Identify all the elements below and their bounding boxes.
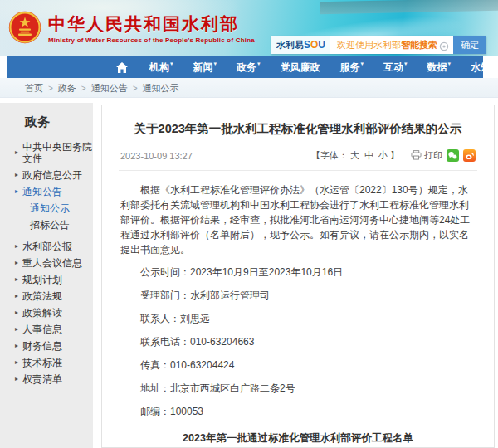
arrow-right-icon: ▸: [15, 340, 18, 352]
contact-phone: 联系电话：010-63204663: [120, 335, 476, 349]
sidebar-item-policies-regulations[interactable]: ▸政策法规: [0, 288, 93, 304]
article-panel: 关于2023年第一批水利工程标准化管理水利部评价结果的公示 2023-10-09…: [101, 105, 495, 448]
chevron-down-icon: ▾: [404, 61, 408, 66]
breadcrumb: 首页>政务>通知公告>通知公示: [0, 78, 498, 98]
arrow-right-icon: ▸: [15, 257, 18, 269]
search-confirm-button[interactable]: 确定: [453, 36, 486, 54]
sidebar-item-personnel[interactable]: ▸人事信息: [0, 321, 93, 338]
arrow-right-icon: ▸: [15, 274, 18, 285]
search-brand: 水利易SOU: [271, 36, 330, 54]
font-size-small-button[interactable]: 小: [378, 149, 388, 162]
breadcrumb-home[interactable]: 首页: [25, 83, 43, 93]
nav-item-interaction[interactable]: 互动▾: [383, 61, 408, 75]
breadcrumb-separator: >: [133, 84, 138, 93]
font-size-medium-button[interactable]: 中: [364, 149, 374, 162]
nav-item-party-conduct[interactable]: 党风廉政: [281, 61, 320, 75]
voice-search-icon[interactable]: [439, 40, 449, 50]
accepting-department: 受理部门：水利部运行管理司: [120, 289, 476, 303]
wechat-share-icon[interactable]: [447, 149, 459, 162]
font-size-label-close: 】: [390, 149, 399, 162]
site-subtitle: Ministry of Water Resources of the Peopl…: [48, 37, 255, 44]
home-icon[interactable]: [116, 62, 128, 73]
fax-number: 传真：010-63204424: [120, 358, 476, 373]
font-size-large-button[interactable]: 大: [350, 149, 359, 162]
article-body: 根据《水利工程标准化管理评价办法》（水运管〔2022〕130号）规定，水利部委托…: [119, 171, 477, 448]
chevron-down-icon: ▾: [448, 61, 452, 66]
search-brand-prefix: 水利易: [276, 39, 304, 51]
site-title: 中华人民共和国水利部: [48, 14, 255, 33]
nav-item-services[interactable]: 服务▾: [340, 61, 364, 75]
sidebar-item-notice-publicity[interactable]: 通知公示: [0, 200, 93, 217]
magnifier-icon: O: [310, 39, 318, 51]
breadcrumb-current: 通知公示: [143, 83, 179, 93]
arrow-right-icon: ▸: [15, 169, 18, 181]
publish-date: 2023-10-09 13:27: [120, 151, 193, 161]
sidebar-item-notices[interactable]: ▸通知公告: [0, 183, 93, 200]
nav-item-water-knowledge[interactable]: 水知识▾: [471, 61, 498, 75]
article-tools: 【字体： 大 中 小 】 打印: [311, 149, 476, 162]
sidebar-item-central-docs[interactable]: ▸中共中央国务院文件: [0, 139, 93, 167]
arrow-right-icon: ▸: [15, 186, 18, 197]
breadcrumb-notices[interactable]: 通知公告: [91, 83, 128, 93]
article-paragraph: 根据《水利工程标准化管理评价办法》（水运管〔2022〕130号）规定，水利部委托…: [120, 183, 476, 257]
sidebar-item-finance[interactable]: ▸财务信息: [0, 338, 93, 354]
brand-text: 中华人民共和国水利部 Ministry of Water Resources o…: [48, 14, 255, 43]
sidebar-item-planning[interactable]: ▸规划计划: [0, 271, 93, 288]
search-brand-letter: U: [318, 39, 325, 51]
search-brand-letter: S: [304, 39, 310, 51]
chevron-down-icon: ▾: [214, 61, 217, 66]
breadcrumb-gov-affairs[interactable]: 政务: [58, 83, 76, 93]
publicity-period: 公示时间：2023年10月9日至2023年10月16日: [120, 265, 476, 280]
search-input[interactable]: [330, 36, 453, 54]
nav-item-orgs[interactable]: 机构▾: [149, 61, 173, 75]
arrow-right-icon: ▸: [15, 147, 18, 158]
arrow-right-icon: ▸: [15, 307, 18, 319]
arrow-right-icon: ▸: [15, 290, 18, 302]
breadcrumb-separator: >: [48, 84, 53, 93]
chevron-down-icon: ▾: [257, 61, 261, 66]
banner-decoration: [320, 0, 498, 14]
sidebar-item-info-disclosure[interactable]: ▸政府信息公开: [0, 167, 93, 183]
national-emblem-icon: [8, 11, 42, 47]
sidebar-title: 政务: [0, 111, 93, 139]
contact-person: 联系人：刘思远: [120, 312, 476, 326]
site-search: 水利易SOU 欢迎使用水利部智能搜索 确定: [271, 36, 486, 54]
nav-item-gov-affairs[interactable]: 政务▾: [237, 61, 261, 75]
content-area: 政务 ▸中共中央国务院文件 ▸政府信息公开 ▸通知公告 通知公示 招标公告 ▸水…: [0, 98, 498, 448]
sidebar-item-major-meetings[interactable]: ▸重大会议信息: [0, 255, 93, 271]
nav-item-news[interactable]: 新闻▾: [193, 61, 217, 75]
arrow-right-icon: ▸: [15, 241, 18, 252]
arrow-right-icon: ▸: [15, 324, 18, 335]
site-brand: 中华人民共和国水利部 Ministry of Water Resources o…: [8, 11, 255, 47]
sidebar: 政务 ▸中共中央国务院文件 ▸政府信息公开 ▸通知公告 通知公示 招标公告 ▸水…: [0, 103, 93, 448]
chevron-down-icon: ▾: [170, 61, 173, 66]
weibo-share-icon[interactable]: [463, 149, 476, 162]
arrow-right-icon: ▸: [15, 373, 18, 385]
breadcrumb-separator: >: [81, 84, 86, 93]
sidebar-item-responsibility-list[interactable]: ▸权责清单: [0, 371, 93, 387]
sidebar-item-bidding-notices[interactable]: 招标公告: [0, 217, 93, 233]
search-box: 欢迎使用水利部智能搜索: [330, 36, 453, 54]
page: 中华人民共和国水利部 Ministry of Water Resources o…: [0, 0, 498, 448]
address: 地址：北京市西城区白广路二条2号: [120, 382, 476, 396]
page-title: 关于2023年第一批水利工程标准化管理水利部评价结果的公示: [125, 120, 471, 138]
font-size-label: 【字体：: [311, 149, 348, 162]
nav-item-data[interactable]: 数据▾: [427, 61, 452, 75]
project-list-title: 2023年第一批通过标准化管理水利部评价工程名单: [120, 431, 476, 446]
chevron-down-icon: ▾: [361, 61, 364, 66]
print-button[interactable]: 打印: [411, 149, 442, 162]
printer-icon: [411, 150, 422, 162]
sidebar-item-policy-interpretation[interactable]: ▸政策解读: [0, 304, 93, 321]
main-nav: 机构▾ 新闻▾ 政务▾ 党风廉政 服务▾ 互动▾ 数据▾ 水知识▾ 监督举报: [7, 56, 483, 78]
site-banner: 中华人民共和国水利部 Ministry of Water Resources o…: [0, 0, 498, 56]
postal-code: 邮编：100053: [120, 405, 476, 419]
sidebar-item-technical-standards[interactable]: ▸技术标准: [0, 354, 93, 371]
article-meta: 2023-10-09 13:27 【字体： 大 中 小 】: [119, 149, 477, 171]
sidebar-item-gazette[interactable]: ▸水利部公报: [0, 238, 93, 255]
arrow-right-icon: ▸: [15, 357, 18, 368]
